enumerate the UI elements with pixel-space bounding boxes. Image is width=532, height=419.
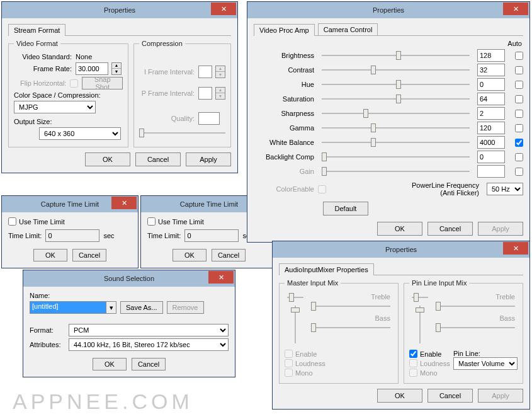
pin-enable-checkbox[interactable]: Enable <box>409 350 441 358</box>
frame-rate-input[interactable] <box>76 62 108 75</box>
cancel-button[interactable]: Cancel <box>427 389 473 403</box>
pin-line-select[interactable]: Master Volume <box>453 357 518 370</box>
vpa-auto-checkbox[interactable] <box>515 52 523 60</box>
default-button[interactable]: Default <box>323 202 368 215</box>
vpa-value-input[interactable] <box>477 151 505 163</box>
ok-button[interactable]: OK <box>93 358 127 370</box>
vpa-value-input[interactable] <box>477 107 505 120</box>
color-space-select[interactable]: MJPG <box>14 101 96 113</box>
pin-legend: Pin Line Input Mix <box>409 279 469 287</box>
cancel-button[interactable]: Cancel <box>212 249 246 261</box>
titlebar[interactable]: Capture Time Limit ✕ <box>2 196 138 212</box>
remove-button: Remove <box>167 301 204 314</box>
vpa-auto-checkbox[interactable] <box>515 66 523 74</box>
apply-button: Apply <box>478 222 523 236</box>
cancel-button[interactable]: Cancel <box>132 358 166 370</box>
cancel-button[interactable]: Cancel <box>427 222 473 236</box>
cancel-button[interactable]: Cancel <box>72 249 106 261</box>
use-time-limit-checkbox[interactable]: Use Time Limit <box>147 217 204 226</box>
tab-stream-format[interactable]: Stream Format <box>8 24 65 36</box>
ok-button[interactable]: OK <box>173 249 207 261</box>
cancel-button[interactable]: Cancel <box>135 152 181 166</box>
time-limit-label: Time Limit: <box>147 232 181 239</box>
compression-legend: Compression <box>139 40 185 47</box>
chevron-down-icon[interactable]: ▾ <box>106 302 116 313</box>
vpa-value-input[interactable] <box>477 93 505 105</box>
close-icon[interactable]: ✕ <box>503 3 528 15</box>
pin-treble-slider <box>436 302 515 311</box>
vpa-value-input[interactable] <box>477 49 505 62</box>
pframe-spinner: ▲▼ <box>215 87 225 100</box>
vpa-auto-checkbox[interactable] <box>515 168 523 176</box>
tab-audio-mixer[interactable]: AudioInputMixer Properties <box>279 263 374 275</box>
titlebar[interactable]: Sound Selection ✕ <box>23 270 235 287</box>
close-icon[interactable]: ✕ <box>111 197 137 209</box>
time-limit-input[interactable] <box>184 229 239 242</box>
pin-bass-slider <box>436 323 515 332</box>
use-time-limit-checkbox[interactable]: Use Time Limit <box>8 217 65 226</box>
vpa-auto-checkbox[interactable] <box>515 153 523 161</box>
vpa-auto-checkbox[interactable] <box>515 95 523 103</box>
quality-input <box>198 112 220 125</box>
ok-button[interactable]: OK <box>33 249 67 261</box>
vpa-slider[interactable] <box>322 80 470 89</box>
vpa-label: Hue <box>254 81 314 88</box>
vpa-slider[interactable] <box>322 123 470 132</box>
vpa-auto-checkbox[interactable] <box>515 81 523 89</box>
vpa-label: Gamma <box>254 124 314 132</box>
treble-slider <box>311 302 390 311</box>
vpa-label: Saturation <box>254 95 314 103</box>
close-icon[interactable]: ✕ <box>211 3 236 15</box>
ok-button[interactable]: OK <box>85 152 130 166</box>
color-space-label: Color Space / Compression: <box>14 91 123 99</box>
flip-horizontal-label: Flip Horizontal: <box>14 79 66 87</box>
close-icon[interactable]: ✕ <box>208 271 234 284</box>
window-title: Sound Selection <box>23 275 235 282</box>
video-format-legend: Video Format <box>14 40 60 47</box>
master-loudness-checkbox: Loudness <box>285 359 325 367</box>
iframe-spinner: ▲▼ <box>215 66 225 78</box>
ok-button[interactable]: OK <box>377 222 422 236</box>
vpa-slider[interactable] <box>322 152 470 161</box>
apply-button[interactable]: Apply <box>186 152 231 166</box>
vpa-slider[interactable] <box>322 51 470 60</box>
save-as-button[interactable]: Save As... <box>120 301 163 314</box>
vpa-slider[interactable] <box>322 109 470 118</box>
pin-vol-slider[interactable] <box>416 306 424 343</box>
vpa-auto-checkbox[interactable] <box>515 124 523 132</box>
tab-video-proc-amp[interactable]: Video Proc Amp <box>254 24 315 36</box>
attributes-select[interactable]: 44.100 kHz, 16 Bit, Stereo 172 kb/sec <box>69 338 229 351</box>
name-combobox[interactable]: [untitled] ▾ <box>30 301 116 314</box>
pframe-interval-input <box>198 87 212 100</box>
titlebar[interactable]: Properties ✕ <box>2 2 237 18</box>
vpa-value-input[interactable] <box>477 64 505 76</box>
vpa-auto-checkbox[interactable] <box>515 110 523 118</box>
vpa-auto-checkbox[interactable] <box>515 139 523 147</box>
vpa-value-input[interactable] <box>477 78 505 91</box>
time-limit-input[interactable] <box>45 229 99 242</box>
frame-rate-label: Frame Rate: <box>14 65 72 72</box>
titlebar[interactable]: Properties ✕ <box>273 241 529 258</box>
tab-camera-control[interactable]: Camera Control <box>318 23 378 35</box>
format-select[interactable]: PCM <box>69 324 229 336</box>
pin-loudness-checkbox: Loudness <box>409 359 450 367</box>
titlebar[interactable]: Properties ✕ <box>247 2 529 18</box>
ok-button[interactable]: OK <box>377 389 422 403</box>
vpa-value-input[interactable] <box>477 136 505 149</box>
pin-mono-checkbox: Mono <box>409 369 438 377</box>
spin-up[interactable]: ▲ <box>112 63 121 69</box>
vpa-slider[interactable] <box>322 138 470 147</box>
auto-header: Auto <box>254 40 523 47</box>
close-icon[interactable]: ✕ <box>503 242 528 255</box>
window-title: Properties <box>247 6 529 14</box>
powerline-select[interactable]: 50 Hz <box>487 183 523 195</box>
vpa-slider[interactable] <box>322 95 470 103</box>
output-size-select[interactable]: 640 x 360 <box>39 127 121 140</box>
pin-pan-slider[interactable] <box>412 293 428 302</box>
frame-rate-spinner[interactable]: ▲▼ <box>111 62 122 75</box>
master-input-group: Master Input Mix Treble Bass <box>279 279 399 384</box>
vpa-value-input[interactable] <box>477 122 505 134</box>
vpa-slider[interactable] <box>322 66 470 74</box>
tabstrip: Stream Format <box>8 23 231 36</box>
spin-down[interactable]: ▼ <box>112 69 121 74</box>
